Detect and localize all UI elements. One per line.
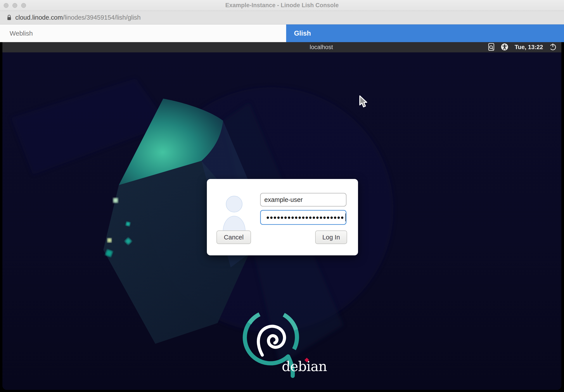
username-input[interactable]: example-user bbox=[260, 193, 346, 206]
user-avatar-icon bbox=[220, 195, 248, 235]
text-caret bbox=[345, 214, 346, 221]
tab-glish[interactable]: Glish bbox=[286, 25, 564, 42]
screen-magnifier-icon[interactable] bbox=[488, 43, 494, 52]
remote-screen[interactable]: localhost Tue, 13:22 bbox=[2, 42, 561, 390]
login-dialog: example-user ●●●●●●●●●●●●●●●●●●●●●● Canc… bbox=[207, 179, 358, 255]
glish-console-frame: localhost Tue, 13:22 bbox=[0, 42, 564, 392]
address-bar[interactable]: cloud.linode.com/linodes/39459154/lish/g… bbox=[0, 11, 564, 25]
password-input[interactable]: ●●●●●●●●●●●●●●●●●●●●●● bbox=[260, 210, 346, 225]
lish-tabbar: Weblish Glish bbox=[0, 25, 564, 42]
lock-icon[interactable] bbox=[7, 14, 12, 22]
gnome-top-bar: localhost Tue, 13:22 bbox=[2, 42, 561, 52]
accessibility-icon[interactable] bbox=[501, 43, 508, 52]
hostname-label: localhost bbox=[310, 42, 333, 52]
url-host: cloud.linode.com bbox=[15, 14, 63, 21]
url-path: /linodes/39459154/lish/glish bbox=[63, 14, 141, 21]
username-value: example-user bbox=[264, 196, 303, 203]
debian-logo: debian bbox=[230, 304, 339, 383]
debian-wordmark: debian bbox=[282, 358, 327, 374]
login-button[interactable]: Log In bbox=[315, 230, 347, 244]
desktop: debian example-user ●●●●●●●●●●●●●●●●●●●●… bbox=[2, 52, 561, 390]
url-text[interactable]: cloud.linode.com/linodes/39459154/lish/g… bbox=[15, 11, 141, 24]
window-titlebar: Example-Instance - Linode Lish Console bbox=[0, 0, 564, 11]
tab-weblish[interactable]: Weblish bbox=[0, 25, 286, 42]
clock-label[interactable]: Tue, 13:22 bbox=[515, 44, 543, 51]
password-masked-value: ●●●●●●●●●●●●●●●●●●●●●● bbox=[267, 216, 344, 219]
system-tray: Tue, 13:22 bbox=[488, 42, 557, 52]
cancel-button[interactable]: Cancel bbox=[216, 230, 251, 244]
window-title: Example-Instance - Linode Lish Console bbox=[0, 0, 564, 11]
power-icon[interactable] bbox=[549, 43, 557, 52]
mouse-cursor-icon bbox=[358, 95, 368, 108]
